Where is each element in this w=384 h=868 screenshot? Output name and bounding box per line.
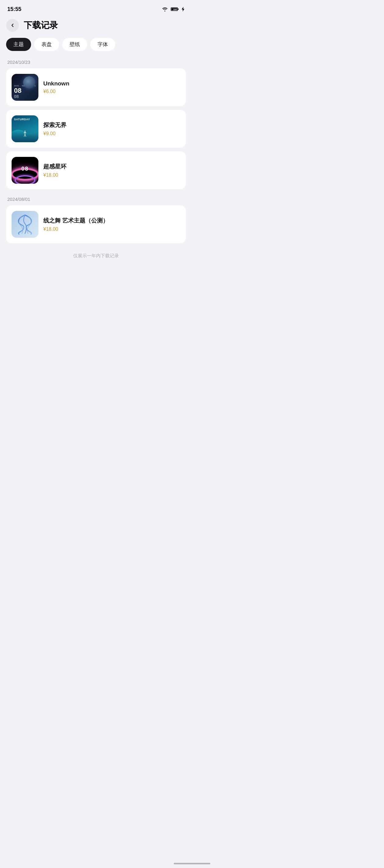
section-2024-08-01: 2024/08/01: [0, 193, 192, 243]
svg-line-7: [24, 134, 25, 137]
card-ring[interactable]: 08 超感星环 ¥18.00: [6, 151, 186, 189]
section-date-2: 2024/08/01: [6, 193, 186, 206]
card-info-ring: 超感星环 ¥18.00: [43, 163, 180, 178]
card-unknown[interactable]: 2021 · AB · NO · 01 08 08 Unknown ¥6.00: [6, 68, 186, 106]
status-bar: 15:55 100: [0, 0, 192, 16]
footer-note: 仅展示一年内下载记录: [0, 247, 192, 268]
tab-font[interactable]: 字体: [90, 38, 115, 51]
card-info-unknown: Unknown ¥6.00: [43, 80, 180, 94]
charging-icon: [182, 7, 185, 11]
section-2024-10-23: 2024/10/23 2021 · AB · NO · 01 08 08 Unk…: [0, 56, 192, 189]
card-title-ring: 超感星环: [43, 163, 180, 170]
svg-point-9: [24, 131, 26, 131]
dance-art-icon: [14, 212, 36, 237]
page-title: 下载记录: [24, 20, 58, 31]
card-title-dance: 线之舞 艺术主题（公测）: [43, 217, 180, 225]
back-button[interactable]: [6, 19, 19, 32]
section-date-1: 2024/10/23: [6, 56, 186, 68]
status-time: 15:55: [7, 6, 21, 12]
thumbnail-dance: [11, 211, 38, 238]
card-info-dance: 线之舞 艺术主题（公测） ¥18.00: [43, 217, 180, 232]
status-icons: 100: [162, 7, 185, 11]
header: 下载记录: [0, 16, 192, 37]
card-title-unknown: Unknown: [43, 80, 180, 87]
card-info-explore: 探索无界 ¥9.00: [43, 121, 180, 136]
wifi-icon: [162, 7, 168, 11]
tab-theme[interactable]: 主题: [6, 38, 31, 51]
card-price-dance: ¥18.00: [43, 226, 180, 232]
svg-text:100: 100: [173, 8, 177, 11]
tab-bar: 主题 表盘 壁纸 字体: [0, 37, 192, 56]
thumbnail-unknown: 2021 · AB · NO · 01 08 08: [11, 74, 38, 101]
tab-wallpaper[interactable]: 壁纸: [62, 38, 87, 51]
card-price-ring: ¥18.00: [43, 173, 180, 178]
card-price-unknown: ¥6.00: [43, 89, 180, 94]
battery-icon: 100: [171, 7, 179, 11]
thumbnail-explore: SATURDAY: [11, 115, 38, 142]
card-explore[interactable]: SATURDAY: [6, 110, 186, 148]
svg-line-8: [25, 134, 26, 137]
card-dance[interactable]: 线之舞 艺术主题（公测） ¥18.00: [6, 206, 186, 243]
thumbnail-ring: 08: [11, 157, 38, 184]
card-title-explore: 探索无界: [43, 121, 180, 129]
card-price-explore: ¥9.00: [43, 131, 180, 136]
tab-watchface[interactable]: 表盘: [34, 38, 59, 51]
svg-rect-2: [178, 8, 179, 10]
